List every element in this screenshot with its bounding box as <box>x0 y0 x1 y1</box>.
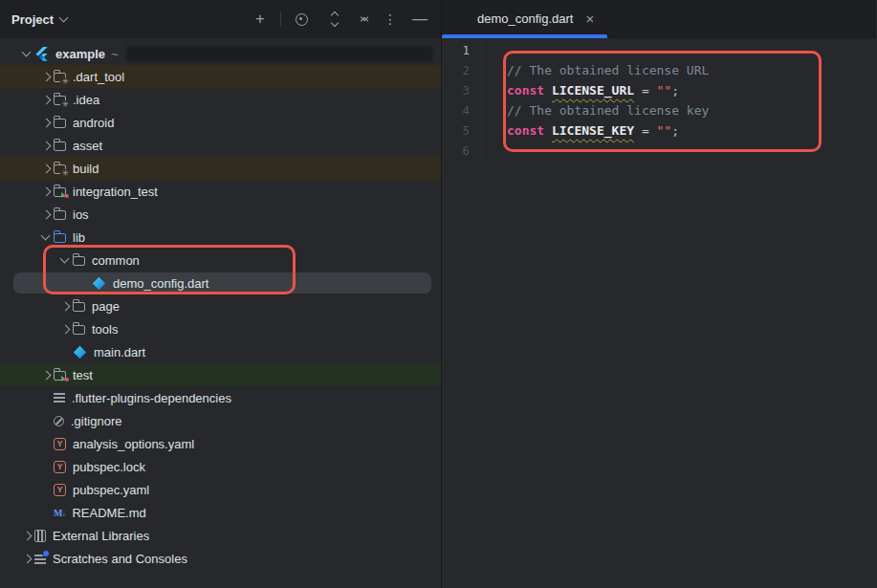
chevron-down-icon[interactable] <box>55 249 73 272</box>
code-line-5[interactable]: 5const LICENSE_KEY = ""; <box>442 120 876 141</box>
tree-item-label: .idea <box>73 93 99 107</box>
tree-item-gitignore[interactable]: .gitignore <box>0 409 441 432</box>
collapse-all-icon[interactable] <box>349 8 372 31</box>
token-comment: // The obtained license URL <box>507 63 709 77</box>
token-string: "" <box>657 123 672 138</box>
flutter-icon <box>34 47 49 61</box>
chevron-right-icon[interactable] <box>36 111 54 134</box>
tree-item-external-libraries[interactable]: External Libraries <box>0 524 441 547</box>
tree-item-ios[interactable]: ios <box>0 203 441 226</box>
tree-item-label: Scratches and Consoles <box>53 552 187 566</box>
tree-item-page[interactable]: page <box>0 294 441 317</box>
tree-item-scratches-and-consoles[interactable]: Scratches and Consoles <box>0 547 441 570</box>
tree-item-analysis-options-yaml[interactable]: Yanalysis_options.yaml <box>0 432 441 455</box>
tree-item-pubspec-lock[interactable]: Ypubspec.lock <box>0 455 441 478</box>
tree-item-label: integration_test <box>73 185 158 199</box>
tree-item-build[interactable]: ✳build <box>0 157 441 180</box>
chevron-down-icon[interactable] <box>59 13 69 23</box>
more-icon[interactable]: ⋮ <box>379 8 402 31</box>
tree-item-pubspec-yaml[interactable]: Ypubspec.yaml <box>0 478 441 501</box>
code-text: // The obtained license key <box>482 100 709 120</box>
chevron-right-icon[interactable] <box>36 134 54 157</box>
tree-item-flutter-plugins-dependencies[interactable]: .flutter-plugins-dependencies <box>0 386 441 409</box>
tree-item-main-dart[interactable]: main.dart <box>0 340 441 363</box>
chevron-down-icon[interactable] <box>36 226 54 249</box>
project-tree: example~✳.dart_tool✳.ideaandroidasset✳bu… <box>0 38 441 570</box>
chevron-right-icon[interactable] <box>17 547 34 570</box>
line-number: 4 <box>442 100 482 120</box>
token-string: "" <box>657 83 672 98</box>
dart-icon <box>92 276 106 291</box>
chevron-right-icon[interactable] <box>36 157 54 180</box>
folder-test-icon <box>54 369 66 381</box>
active-tab-indicator <box>442 34 607 38</box>
expand-all-icon[interactable] <box>319 8 342 31</box>
chevron-right-icon[interactable] <box>55 294 73 317</box>
yaml-icon: Y <box>54 461 66 473</box>
tree-item-label: .dart_tool <box>73 70 124 84</box>
token-plain: ; <box>671 123 679 138</box>
tree-item-asset[interactable]: asset <box>0 134 441 157</box>
editor-panel: demo_config.dart × 12// The obtained lic… <box>442 0 876 588</box>
tree-item-label: common <box>92 253 140 268</box>
folder-lib-icon <box>54 231 66 243</box>
tree-item-label: External Libraries <box>53 529 149 543</box>
tree-item-idea[interactable]: ✳.idea <box>0 88 441 111</box>
yaml-icon: Y <box>54 438 66 450</box>
hide-icon[interactable]: — <box>408 8 431 31</box>
tree-item-example[interactable]: example~ <box>0 42 441 65</box>
add-icon[interactable]: + <box>249 8 272 31</box>
code-text <box>482 40 507 60</box>
editor-tab-demo-config[interactable]: demo_config.dart × <box>442 0 607 37</box>
token-keyword: const <box>507 123 544 138</box>
tree-item-label: .gitignore <box>71 414 121 428</box>
token-keyword: const <box>507 83 544 98</box>
chevron-right-icon[interactable] <box>36 203 54 226</box>
locate-icon[interactable] <box>290 8 313 31</box>
project-toolbar: +⋮— <box>249 8 431 31</box>
project-path-tilde: ~ <box>111 47 119 61</box>
code-line-4[interactable]: 4// The obtained license key <box>442 100 876 120</box>
token-plain: = <box>634 83 656 98</box>
line-number: 2 <box>442 60 482 80</box>
chevron-right-icon[interactable] <box>36 88 54 111</box>
tree-item-label: ios <box>73 207 89 222</box>
text-file-icon <box>54 392 65 403</box>
code-line-6[interactable]: 6 <box>442 141 876 161</box>
tree-item-lib[interactable]: lib <box>0 226 441 249</box>
code-editor[interactable]: 12// The obtained license URL3const LICE… <box>442 38 876 161</box>
tree-item-tools[interactable]: tools <box>0 317 441 340</box>
tree-item-label: android <box>73 116 114 130</box>
line-number: 6 <box>442 141 482 161</box>
tree-item-common[interactable]: common <box>0 249 441 272</box>
chevron-down-icon[interactable] <box>17 42 34 65</box>
tree-item-dart-tool[interactable]: ✳.dart_tool <box>0 65 441 88</box>
chevron-right-icon[interactable] <box>17 524 34 547</box>
tree-item-label: pubspec.yaml <box>73 483 149 497</box>
tree-item-label: .flutter-plugins-dependencies <box>72 391 231 405</box>
folder-excluded-icon: ✳ <box>54 163 66 174</box>
tree-item-label: lib <box>73 230 85 245</box>
yaml-icon: Y <box>54 484 66 496</box>
folder-icon <box>54 140 66 151</box>
chevron-right-icon[interactable] <box>55 317 73 340</box>
code-line-1[interactable]: 1 <box>442 40 876 60</box>
dart-icon <box>456 11 471 26</box>
code-line-2[interactable]: 2// The obtained license URL <box>442 60 876 80</box>
chevron-right-icon[interactable] <box>36 363 54 386</box>
toolbar-separator <box>280 11 281 27</box>
ignore-icon <box>54 416 64 426</box>
tree-item-integration-test[interactable]: integration_test <box>0 180 441 203</box>
project-panel-title[interactable]: Project <box>11 12 54 27</box>
tree-item-demo-config-dart[interactable]: demo_config.dart <box>0 272 441 294</box>
tree-item-android[interactable]: android <box>0 111 441 134</box>
tree-item-label: analysis_options.yaml <box>73 437 194 451</box>
editor-tab-bar: demo_config.dart × <box>442 0 876 38</box>
close-icon[interactable]: × <box>585 11 594 26</box>
chevron-right-icon[interactable] <box>36 65 54 88</box>
tree-item-test[interactable]: test <box>0 363 441 386</box>
chevron-right-icon[interactable] <box>36 180 54 203</box>
code-line-3[interactable]: 3const LICENSE_URL = ""; <box>442 80 876 100</box>
code-text: const LICENSE_KEY = ""; <box>482 120 679 141</box>
tree-item-readme-md[interactable]: M↓README.md <box>0 501 441 524</box>
